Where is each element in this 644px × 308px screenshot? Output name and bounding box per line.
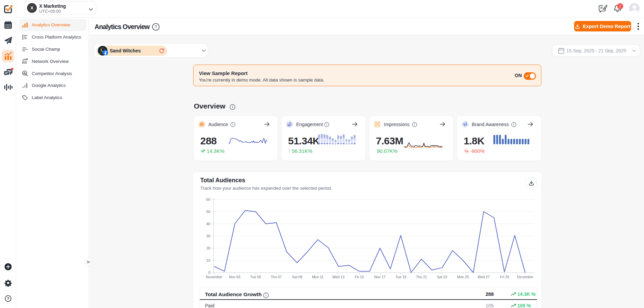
svg-text:Nov 03: Nov 03 [229,275,240,279]
svg-text:Thu 21: Thu 21 [416,275,427,279]
svg-text:30: 30 [206,234,210,238]
svg-text:0: 0 [208,270,210,275]
svg-text:7: 7 [619,4,621,8]
svg-text:Sat 09: Sat 09 [292,275,303,279]
svg-text:Mon 11: Mon 11 [312,275,324,279]
svg-text:40: 40 [206,222,210,226]
svg-text:November: November [206,275,223,279]
svg-text:?: ? [7,297,9,301]
svg-text:50: 50 [206,210,210,214]
svg-text:Mon 25: Mon 25 [457,275,469,279]
svg-text:Thu 07: Thu 07 [271,275,282,279]
svg-text:20: 20 [206,246,210,250]
svg-text:Tue 19: Tue 19 [395,275,406,279]
svg-text:Fri 15: Fri 15 [355,275,364,279]
svg-text:Wed 27: Wed 27 [478,275,490,279]
svg-text:?: ? [155,25,157,29]
svg-text:Fri 29: Fri 29 [500,275,509,279]
svg-text:Sat 23: Sat 23 [437,275,447,279]
svg-text:Nov 17: Nov 17 [374,275,385,279]
svg-text:10: 10 [206,258,210,262]
svg-text:Wed 13: Wed 13 [332,275,344,279]
svg-text:Tue 05: Tue 05 [250,275,261,279]
svg-text:60: 60 [206,197,210,202]
svg-text:December: December [517,275,534,279]
